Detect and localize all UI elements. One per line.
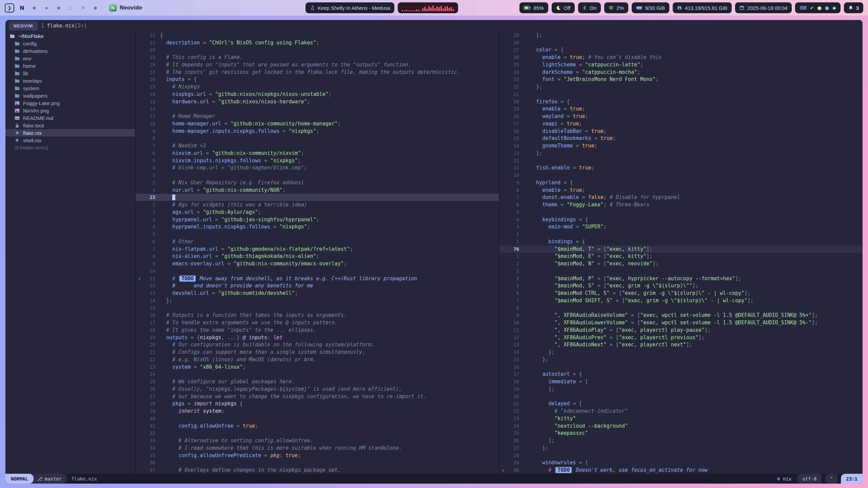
code-line[interactable]: 2 # Nix User Repository (e.g. Firefox ad… — [136, 179, 499, 186]
code-line[interactable]: 76 "$mainMod, T" = ["exec, kitty"]; — [499, 245, 863, 253]
code-line[interactable]: 18 wayland = true; — [499, 113, 863, 120]
code-line[interactable]: 8 — [136, 135, 499, 142]
code-line[interactable]: 10 — [499, 171, 863, 179]
code-line[interactable]: 5 — [499, 208, 863, 216]
code-line[interactable]: 22{ — [136, 32, 499, 39]
code-line[interactable]: 12 — [136, 105, 499, 113]
code-line[interactable]: 8 enable = true; — [499, 186, 863, 194]
notifications-pill[interactable]: 3 — [844, 2, 863, 13]
code-line[interactable]: 24 — [136, 371, 499, 378]
tree-item-config[interactable]: config — [5, 40, 135, 47]
code-line[interactable]: 7 "$mainMod SHIFT, S" = ["exec, grim -g … — [499, 297, 863, 304]
tree-item-flake.nix[interactable]: ❄flake.nix — [5, 129, 135, 137]
code-line[interactable]: ✓11 # TODO Move away from devshell, as i… — [136, 275, 499, 282]
code-line[interactable]: 9 ", XF86AudioRaiseVolume" = ["exec, wpc… — [499, 312, 863, 319]
code-line[interactable]: 24 "nextcloud --background" — [499, 422, 863, 430]
code-line[interactable]: 33 # Alternative to setting config.allow… — [136, 437, 499, 444]
editor-pane-left[interactable]: 22{ 21 description = "ChUrl's NixOS conf… — [136, 32, 499, 474]
tray-diamond-icon[interactable]: ◆ — [832, 5, 836, 10]
tree-item-overlays[interactable]: overlays — [5, 77, 135, 84]
code-line[interactable]: 29 inherit system; — [136, 407, 499, 415]
code-line[interactable]: 11 # Home Manager — [136, 113, 499, 120]
tray-dot-blue-icon[interactable]: ● — [825, 5, 829, 10]
code-line[interactable]: 20 # Our configuration is buildable on t… — [136, 341, 499, 349]
workspace-5[interactable]: ● — [54, 3, 63, 13]
code-line[interactable]: 25 "keepassxc" — [499, 430, 863, 437]
tree-item-NixVim.png[interactable]: NixVim.png — [5, 107, 135, 114]
clock-pill[interactable]: 2025-06-18 00:04 — [735, 2, 792, 13]
code-line[interactable]: 5 nixvim.inputs.nixpkgs.follows = "nixpk… — [136, 157, 499, 164]
code-line[interactable]: 2 ags.url = "github:Aylur/ags"; — [136, 208, 499, 216]
tray-check-icon[interactable]: ✔ — [810, 5, 814, 10]
code-line[interactable]: 21 — [499, 90, 863, 98]
tree-item-wallpapers[interactable]: wallpapers — [5, 92, 135, 99]
bluetooth-pill[interactable]: On — [578, 2, 601, 13]
code-line[interactable]: 22 # e.g. NixOS (linux) and MacOS (darwi… — [136, 356, 499, 363]
disk-pill[interactable]: 413.19/915.81 GiB — [673, 2, 732, 13]
code-line[interactable]: 32 — [136, 430, 499, 437]
code-line[interactable]: 15 # Nixpkgs — [136, 83, 499, 90]
code-line[interactable]: 5 "$mainMod, S" = ["exec, grim -g \"$(sl… — [499, 282, 863, 290]
code-line[interactable]: 1 nur.url = "github:nix-community/NUR"; — [136, 186, 499, 194]
workspace-neovim[interactable]: N — [18, 3, 26, 13]
music-pill[interactable]: ♫ Keep Shelly In Athens - Medusa — [305, 2, 394, 13]
code-line[interactable]: 12 ", XF86AudioPrev" = ["exec, playerctl… — [499, 334, 863, 341]
code-line[interactable]: 12 # and doesn't provide any benefits fo… — [136, 282, 499, 290]
code-line[interactable]: 24 darkScheme = "catppuccin-mocha"; — [499, 68, 863, 76]
code-line[interactable]: 18 immediate = [ — [499, 378, 863, 385]
code-line[interactable]: 15 }; — [499, 356, 863, 363]
code-line[interactable]: 13 ", XF86AudioNext" = ["exec, playerctl… — [499, 341, 863, 349]
code-line[interactable]: 2 "$mainMod, N" = ["exec, neovide"]; — [499, 260, 863, 267]
code-line[interactable]: 3 hyprpanel.url = "github:jas-singhfsu/h… — [136, 216, 499, 223]
buffer-tab[interactable]: 1 flake.nix [2+] — [41, 23, 86, 29]
tree-item-env[interactable]: env — [5, 55, 135, 62]
tree-item-system[interactable]: system — [5, 84, 135, 92]
tree-item-flake.lock[interactable]: flake.lock — [5, 122, 135, 129]
code-line[interactable]: 20 firefox = { — [499, 98, 863, 105]
code-line[interactable]: 4 keybindings = { — [499, 216, 863, 223]
code-line[interactable]: 21 # Configs can support more than a sin… — [136, 348, 499, 356]
code-line[interactable]: 21 delayed = [ — [499, 400, 863, 408]
code-line[interactable]: 26 ]; — [499, 437, 863, 444]
tree-item-lib[interactable]: lib — [5, 69, 135, 77]
code-line[interactable]: 14 }; — [499, 348, 863, 356]
code-line[interactable]: 10 ", XF86AudioLowerVolume" = ["exec, wp… — [499, 319, 863, 326]
code-line[interactable]: 18 # It depends on "inputs" that are pas… — [136, 61, 499, 68]
code-line[interactable]: 28 — [499, 39, 863, 46]
code-line[interactable]: 3 — [499, 267, 863, 275]
code-line[interactable]: 9 home-manager.inputs.nixpkgs.follows = … — [136, 127, 499, 135]
code-line[interactable]: 13 }; — [499, 149, 863, 157]
code-line[interactable]: 2 — [499, 230, 863, 238]
code-line[interactable]: 26 enable = true; # You can't disable th… — [499, 54, 863, 61]
code-line[interactable]: 11 fish.enable = true; — [499, 164, 863, 172]
tray-dot-yellow-icon[interactable]: ● — [817, 5, 821, 10]
code-line[interactable]: 1 # Ags for widgets (this was a terrible… — [136, 201, 499, 208]
code-line[interactable]: 10 — [136, 267, 499, 275]
code-line[interactable]: 13 hardware.url = "github:nixos/nixos-ha… — [136, 98, 499, 105]
code-line[interactable]: 16 inputs = { — [136, 76, 499, 83]
code-line[interactable]: 1 "$mainMod, E" = ["exec, kitty"]; — [499, 253, 863, 260]
code-line[interactable]: 4 hyprpanel.inputs.nixpkgs.follows = "ni… — [136, 223, 499, 231]
code-line[interactable]: 7 dunst.enable = false; # Disable for hy… — [499, 194, 863, 201]
code-line[interactable]: 28 — [499, 452, 863, 459]
code-line[interactable]: 15 — [136, 304, 499, 312]
code-line[interactable]: 11 ", XF86AudioPlay" = ["exec, playerctl… — [499, 326, 863, 334]
tree-item-derivations[interactable]: derivations — [5, 47, 135, 55]
code-line[interactable]: 17 autostart = { — [499, 371, 863, 378]
code-line[interactable]: 4 "$mainMod, P" = ["exec, hyprpicker --a… — [499, 275, 863, 282]
workspace-terminal[interactable]: ❯ — [5, 3, 14, 13]
code-line[interactable]: 17 # To handle extra arguments we use th… — [136, 319, 499, 326]
code-line[interactable]: 13 devshell.url = "github:numtide/devshe… — [136, 289, 499, 297]
code-line[interactable]: 36 — [136, 459, 499, 467]
code-line[interactable]: 23 system = "x86_64-linux"; — [136, 363, 499, 371]
code-line[interactable]: 26 # Usually, "nixpkgs.legacyPackages.${… — [136, 385, 499, 393]
editor-pane-right[interactable]: 29 }; 28 27 color = { 26 enable = true; … — [499, 32, 863, 474]
code-line[interactable]: 19 enable = true; — [499, 105, 863, 113]
code-line[interactable]: 5 — [136, 230, 499, 238]
cpu-pill[interactable]: ⚙2% — [604, 2, 628, 13]
code-line[interactable]: 28 pkgs = import nixpkgs { — [136, 400, 499, 408]
code-line[interactable]: 17 # The inputs' git revisions get locke… — [136, 68, 499, 76]
code-line[interactable]: 23 font = "JetBrainsMono Nerd Font Mono"… — [499, 76, 863, 83]
code-line[interactable]: 30 — [136, 415, 499, 422]
code-line[interactable]: 19 # This config is a Flake. — [136, 54, 499, 61]
